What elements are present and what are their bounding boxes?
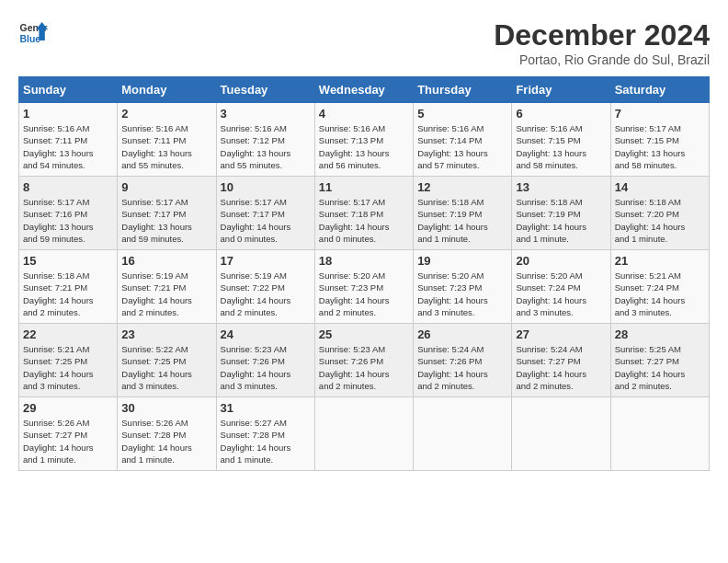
day-info: Sunrise: 5:16 AM Sunset: 7:12 PM Dayligh… [221,122,311,171]
day-info: Sunrise: 5:20 AM Sunset: 7:23 PM Dayligh… [417,270,507,318]
day-number: 27 [516,327,606,341]
day-info: Sunrise: 5:17 AM Sunset: 7:15 PM Dayligh… [615,122,705,171]
day-info: Sunrise: 5:21 AM Sunset: 7:24 PM Dayligh… [615,270,705,318]
day-number: 20 [516,254,606,268]
svg-text:Blue: Blue [20,34,41,44]
weekday-header-saturday: Saturday [610,77,709,103]
weekday-header-friday: Friday [512,77,610,103]
day-info: Sunrise: 5:17 AM Sunset: 7:18 PM Dayligh… [319,196,409,245]
calendar-cell: 25Sunrise: 5:23 AM Sunset: 7:26 PM Dayli… [314,324,413,397]
day-number: 3 [221,107,311,121]
calendar-cell: 29Sunrise: 5:26 AM Sunset: 7:27 PM Dayli… [19,397,118,471]
day-info: Sunrise: 5:23 AM Sunset: 7:26 PM Dayligh… [221,343,311,392]
day-info: Sunrise: 5:16 AM Sunset: 7:14 PM Dayligh… [417,122,507,171]
day-info: Sunrise: 5:16 AM Sunset: 7:15 PM Dayligh… [516,122,606,171]
day-number: 11 [319,180,409,194]
calendar-week-4: 22Sunrise: 5:21 AM Sunset: 7:25 PM Dayli… [19,324,710,397]
day-info: Sunrise: 5:21 AM Sunset: 7:25 PM Dayligh… [23,343,113,392]
day-number: 28 [615,327,705,341]
day-info: Sunrise: 5:20 AM Sunset: 7:23 PM Dayligh… [319,270,409,318]
calendar-week-5: 29Sunrise: 5:26 AM Sunset: 7:27 PM Dayli… [19,397,710,471]
day-number: 4 [319,107,409,121]
day-number: 31 [221,401,311,415]
calendar-cell: 3Sunrise: 5:16 AM Sunset: 7:12 PM Daylig… [216,103,314,177]
calendar-cell [414,397,512,471]
weekday-header-row: SundayMondayTuesdayWednesdayThursdayFrid… [19,77,710,103]
day-number: 17 [221,254,311,268]
calendar-cell: 7Sunrise: 5:17 AM Sunset: 7:15 PM Daylig… [610,103,709,177]
day-number: 15 [23,254,113,268]
day-number: 19 [417,254,507,268]
calendar-cell [610,397,709,471]
day-info: Sunrise: 5:27 AM Sunset: 7:28 PM Dayligh… [221,417,311,465]
calendar-cell: 1Sunrise: 5:16 AM Sunset: 7:11 PM Daylig… [19,103,118,177]
day-number: 25 [319,327,409,341]
calendar-cell [314,397,413,471]
calendar-cell [512,397,610,471]
day-info: Sunrise: 5:16 AM Sunset: 7:13 PM Dayligh… [319,122,409,171]
calendar-cell: 26Sunrise: 5:24 AM Sunset: 7:26 PM Dayli… [414,324,512,397]
weekday-header-thursday: Thursday [414,77,512,103]
page-header: General Blue December 2024 Portao, Rio G… [18,18,710,67]
day-number: 13 [516,180,606,194]
calendar-cell: 9Sunrise: 5:17 AM Sunset: 7:17 PM Daylig… [118,177,216,250]
month-title: December 2024 [494,18,710,52]
day-info: Sunrise: 5:20 AM Sunset: 7:24 PM Dayligh… [516,270,606,318]
location-subtitle: Portao, Rio Grande do Sul, Brazil [494,52,710,67]
calendar-body: 1Sunrise: 5:16 AM Sunset: 7:11 PM Daylig… [19,103,710,471]
calendar-cell: 19Sunrise: 5:20 AM Sunset: 7:23 PM Dayli… [414,250,512,324]
day-info: Sunrise: 5:16 AM Sunset: 7:11 PM Dayligh… [23,122,113,171]
day-info: Sunrise: 5:24 AM Sunset: 7:26 PM Dayligh… [417,343,507,392]
calendar-cell: 13Sunrise: 5:18 AM Sunset: 7:19 PM Dayli… [512,177,610,250]
calendar-cell: 20Sunrise: 5:20 AM Sunset: 7:24 PM Dayli… [512,250,610,324]
day-number: 6 [516,107,606,121]
calendar-cell: 6Sunrise: 5:16 AM Sunset: 7:15 PM Daylig… [512,103,610,177]
calendar-week-2: 8Sunrise: 5:17 AM Sunset: 7:16 PM Daylig… [19,177,710,250]
day-number: 7 [615,107,705,121]
calendar-week-1: 1Sunrise: 5:16 AM Sunset: 7:11 PM Daylig… [19,103,710,177]
logo: General Blue [18,18,48,48]
day-info: Sunrise: 5:19 AM Sunset: 7:22 PM Dayligh… [221,270,311,318]
day-number: 30 [121,401,211,415]
day-info: Sunrise: 5:17 AM Sunset: 7:16 PM Dayligh… [23,196,113,245]
day-info: Sunrise: 5:23 AM Sunset: 7:26 PM Dayligh… [319,343,409,392]
day-info: Sunrise: 5:17 AM Sunset: 7:17 PM Dayligh… [221,196,311,245]
calendar-table: SundayMondayTuesdayWednesdayThursdayFrid… [18,76,710,471]
day-number: 12 [417,180,507,194]
calendar-cell: 15Sunrise: 5:18 AM Sunset: 7:21 PM Dayli… [19,250,118,324]
calendar-cell: 14Sunrise: 5:18 AM Sunset: 7:20 PM Dayli… [610,177,709,250]
calendar-cell: 5Sunrise: 5:16 AM Sunset: 7:14 PM Daylig… [414,103,512,177]
weekday-header-wednesday: Wednesday [314,77,413,103]
calendar-cell: 24Sunrise: 5:23 AM Sunset: 7:26 PM Dayli… [216,324,314,397]
day-number: 5 [417,107,507,121]
calendar-cell: 27Sunrise: 5:24 AM Sunset: 7:27 PM Dayli… [512,324,610,397]
day-info: Sunrise: 5:25 AM Sunset: 7:27 PM Dayligh… [615,343,705,392]
day-number: 22 [23,327,113,341]
calendar-cell: 23Sunrise: 5:22 AM Sunset: 7:25 PM Dayli… [118,324,216,397]
day-number: 26 [417,327,507,341]
calendar-header: SundayMondayTuesdayWednesdayThursdayFrid… [19,77,710,103]
calendar-cell: 4Sunrise: 5:16 AM Sunset: 7:13 PM Daylig… [314,103,413,177]
day-number: 23 [121,327,211,341]
calendar-cell: 16Sunrise: 5:19 AM Sunset: 7:21 PM Dayli… [118,250,216,324]
day-number: 18 [319,254,409,268]
day-info: Sunrise: 5:24 AM Sunset: 7:27 PM Dayligh… [516,343,606,392]
day-info: Sunrise: 5:18 AM Sunset: 7:19 PM Dayligh… [516,196,606,245]
day-info: Sunrise: 5:17 AM Sunset: 7:17 PM Dayligh… [121,196,211,245]
calendar-cell: 8Sunrise: 5:17 AM Sunset: 7:16 PM Daylig… [19,177,118,250]
day-number: 9 [121,180,211,194]
day-number: 24 [221,327,311,341]
calendar-cell: 30Sunrise: 5:26 AM Sunset: 7:28 PM Dayli… [118,397,216,471]
day-info: Sunrise: 5:18 AM Sunset: 7:19 PM Dayligh… [417,196,507,245]
day-number: 29 [23,401,113,415]
day-number: 10 [221,180,311,194]
day-number: 8 [23,180,113,194]
calendar-cell: 2Sunrise: 5:16 AM Sunset: 7:11 PM Daylig… [118,103,216,177]
logo-icon: General Blue [18,18,48,48]
calendar-cell: 31Sunrise: 5:27 AM Sunset: 7:28 PM Dayli… [216,397,314,471]
day-number: 21 [615,254,705,268]
day-info: Sunrise: 5:18 AM Sunset: 7:21 PM Dayligh… [23,270,113,318]
weekday-header-monday: Monday [118,77,216,103]
weekday-header-sunday: Sunday [19,77,118,103]
day-info: Sunrise: 5:18 AM Sunset: 7:20 PM Dayligh… [615,196,705,245]
